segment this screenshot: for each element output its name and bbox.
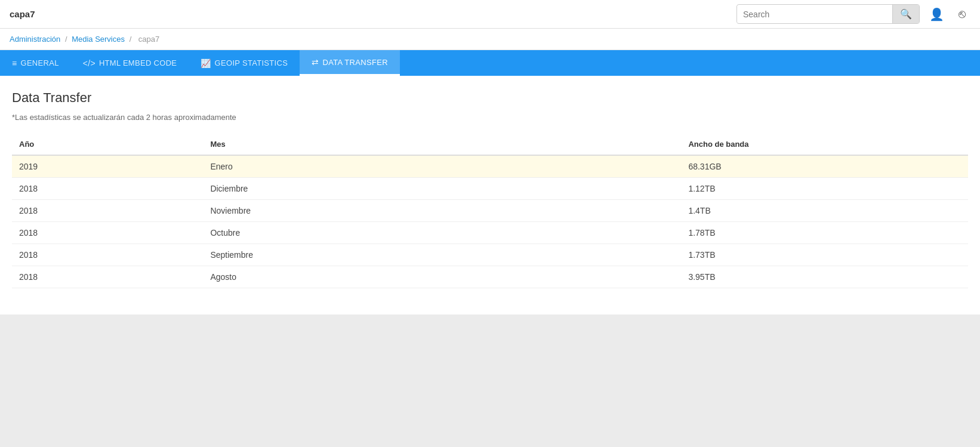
user-icon: 👤 <box>929 8 944 21</box>
page-subtitle: *Las estadísticas se actualizarán cada 2… <box>12 113 968 122</box>
table-row: 2018Diciembre1.12TB <box>12 178 968 200</box>
cell-month: Enero <box>203 155 681 178</box>
data-transfer-icon: ⇄ <box>312 57 319 67</box>
logout-button[interactable]: ⎋ <box>954 5 970 23</box>
cell-bandwidth: 3.95TB <box>681 266 968 288</box>
data-table: Año Mes Ancho de banda 2019Enero68.31GB2… <box>12 134 968 288</box>
table-body: 2019Enero68.31GB2018Diciembre1.12TB2018N… <box>12 155 968 288</box>
cell-month: Noviembre <box>203 200 681 222</box>
cell-bandwidth: 1.73TB <box>681 244 968 266</box>
cell-year: 2018 <box>12 266 203 288</box>
col-header-month: Mes <box>203 134 681 155</box>
cell-month: Diciembre <box>203 178 681 200</box>
search-input[interactable] <box>737 6 892 23</box>
html-icon: </> <box>83 58 95 68</box>
cell-month: Octubre <box>203 222 681 244</box>
tab-html-label: HTML EMBED CODE <box>99 58 177 67</box>
tab-data-transfer-label: DATA TRANSFER <box>322 58 387 67</box>
tab-geoip[interactable]: 📈 GEOIP STATISTICS <box>189 50 300 76</box>
table-header: Año Mes Ancho de banda <box>12 134 968 155</box>
cell-year: 2018 <box>12 178 203 200</box>
cell-year: 2019 <box>12 155 203 178</box>
tab-html-embed[interactable]: </> HTML EMBED CODE <box>71 50 189 76</box>
breadcrumb-sep-1: / <box>65 35 69 44</box>
tab-general[interactable]: ≡ GENERAL <box>0 50 71 76</box>
user-icon-button[interactable]: 👤 <box>924 5 949 24</box>
search-container: 🔍 <box>736 4 920 24</box>
header-actions: 🔍 👤 ⎋ <box>736 4 970 24</box>
cell-bandwidth: 1.12TB <box>681 178 968 200</box>
header: capa7 🔍 👤 ⎋ <box>0 0 980 29</box>
col-header-year: Año <box>12 134 203 155</box>
tab-bar: ≡ GENERAL </> HTML EMBED CODE 📈 GEOIP ST… <box>0 50 980 76</box>
general-icon: ≡ <box>12 58 17 68</box>
breadcrumb-current: capa7 <box>138 35 159 44</box>
breadcrumb-media-services[interactable]: Media Services <box>72 35 125 44</box>
table-row: 2018Septiembre1.73TB <box>12 244 968 266</box>
cell-year: 2018 <box>12 244 203 266</box>
breadcrumb-sep-2: / <box>130 35 134 44</box>
app-title: capa7 <box>10 9 35 19</box>
main-content: Data Transfer *Las estadísticas se actua… <box>0 76 980 315</box>
cell-bandwidth: 1.78TB <box>681 222 968 244</box>
cell-year: 2018 <box>12 222 203 244</box>
table-row: 2018Noviembre1.4TB <box>12 200 968 222</box>
page-title: Data Transfer <box>12 90 968 106</box>
geoip-icon: 📈 <box>201 58 211 68</box>
logout-icon: ⎋ <box>959 7 966 20</box>
cell-bandwidth: 68.31GB <box>681 155 968 178</box>
tab-data-transfer[interactable]: ⇄ DATA TRANSFER <box>300 50 400 76</box>
table-header-row: Año Mes Ancho de banda <box>12 134 968 155</box>
table-row: 2019Enero68.31GB <box>12 155 968 178</box>
table-row: 2018Octubre1.78TB <box>12 222 968 244</box>
cell-month: Agosto <box>203 266 681 288</box>
breadcrumb: Administración / Media Services / capa7 <box>0 29 980 50</box>
cell-year: 2018 <box>12 200 203 222</box>
tab-general-label: GENERAL <box>20 58 58 67</box>
breadcrumb-administracion[interactable]: Administración <box>10 35 60 44</box>
cell-month: Septiembre <box>203 244 681 266</box>
page-background <box>0 315 980 447</box>
search-button[interactable]: 🔍 <box>892 5 919 23</box>
cell-bandwidth: 1.4TB <box>681 200 968 222</box>
table-row: 2018Agosto3.95TB <box>12 266 968 288</box>
tab-geoip-label: GEOIP STATISTICS <box>215 58 288 67</box>
col-header-bandwidth: Ancho de banda <box>681 134 968 155</box>
